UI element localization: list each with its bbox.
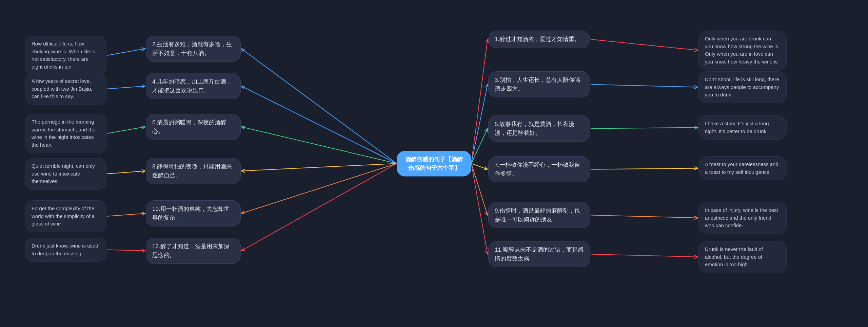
left-zh-node-5: 12.醉了才知道，酒是用来加深思念的。	[146, 238, 241, 264]
right-en-node-1: Don't shoot, life is still long, there a…	[698, 71, 787, 103]
left-en-node-3: Quiet terrible night, can only use wine …	[25, 158, 106, 190]
right-zh-node-5: 11.喝醉从来不是酒的过错，而是感情的度数太高。	[488, 241, 590, 267]
left-zh-node-3: 8.静得可怕的夜晚，只能用酒来迷醉自己。	[146, 158, 241, 184]
center-node: 酒醉伤感的句子【酒醉伤感的句子六个字】	[397, 151, 471, 176]
mindmap-container: 酒醉伤感的句子【酒醉伤感的句子六个字】 2.生活有多难，酒就有多啥，生活不如意，…	[0, 0, 868, 327]
right-en-node-2: I have a story. It's just a long night. …	[698, 115, 787, 140]
left-zh-node-0: 2.生活有多难，酒就有多啥，生活不如意，十有八酒。	[146, 36, 241, 62]
right-en-node-4: In case of injury, wine is the best anes…	[698, 202, 787, 234]
left-en-node-0: How difficult life is, how choking wine …	[25, 36, 106, 75]
left-zh-node-4: 10.用一杯酒的单纯，去忘却世界的复杂。	[146, 200, 241, 226]
left-zh-node-1: 4.几年的暗恋，加上两斤白酒，才能把这喜欢说出口。	[146, 73, 241, 99]
right-zh-node-3: 7.一杯敬你漫不经心，一杯敬我自作多情。	[488, 156, 590, 182]
right-zh-node-0: 1.醉过才知酒浓，爱过才知情重。	[488, 31, 590, 48]
right-en-node-5: Drunk is never the fault of alcohol, but…	[698, 241, 787, 273]
left-en-node-1: A few years of secret love, coupled with…	[25, 73, 106, 105]
right-zh-node-1: 3.别拍，人生还长，总有人陪你喝酒走四方。	[488, 71, 590, 97]
center-label: 酒醉伤感的句子【酒醉伤感的句子六个字】	[405, 156, 463, 171]
left-en-node-4: Forget the complexity of the world with …	[25, 200, 106, 232]
right-en-node-0: Only when you are drunk can you know how…	[698, 31, 787, 70]
right-en-node-3: A toast to your carelessness and a toast…	[698, 156, 787, 180]
left-en-node-2: The porridge in the morning warms the st…	[25, 114, 106, 153]
right-zh-node-2: 5.故事我有，就是费酒，长夜漫漫，还是醉着好。	[488, 115, 590, 142]
left-en-node-5: Drunk just know, wine is used to deepen …	[25, 238, 106, 262]
right-zh-node-4: 9.伤情时，酒是最好的麻醉剂，也是唯一可以倾诉的朋友。	[488, 202, 590, 228]
left-zh-node-2: 6.清晨的粥暖胃，深夜的酒醉心。	[146, 114, 241, 140]
